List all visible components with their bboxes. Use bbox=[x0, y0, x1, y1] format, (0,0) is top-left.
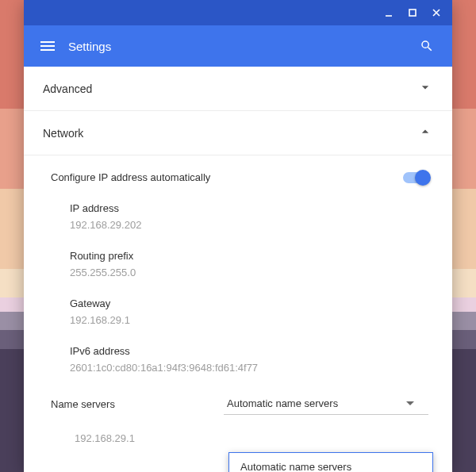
name-servers-dropdown: Automatic name servers Google name serve… bbox=[228, 452, 433, 472]
search-button[interactable] bbox=[411, 30, 443, 62]
close-button[interactable] bbox=[425, 3, 447, 22]
ipv6-value: 2601:1c0:cd80:16a1:94f3:9648:fd61:4f77 bbox=[70, 362, 433, 374]
name-server-value-row: 192.168.29.1 bbox=[43, 415, 433, 444]
configure-ip-auto-label: Configure IP address automatically bbox=[51, 171, 210, 183]
dropdown-arrow-icon bbox=[406, 401, 414, 405]
network-section-body: Configure IP address automatically IP ad… bbox=[24, 155, 452, 444]
chevron-down-icon bbox=[417, 79, 433, 98]
hamburger-menu-button[interactable] bbox=[32, 30, 63, 62]
ipv6-field: IPv6 address 2601:1c0:cd80:16a1:94f3:964… bbox=[70, 337, 433, 385]
content-area: Advanced Network Configure IP address au… bbox=[24, 67, 452, 472]
configure-ip-auto-toggle[interactable] bbox=[403, 172, 428, 183]
gateway-label: Gateway bbox=[70, 297, 433, 309]
routing-prefix-label: Routing prefix bbox=[70, 250, 433, 262]
configure-ip-auto-row: Configure IP address automatically bbox=[43, 160, 433, 194]
ip-address-value: 192.168.29.202 bbox=[70, 219, 433, 231]
gateway-value: 192.168.29.1 bbox=[70, 314, 433, 326]
window-titlebar bbox=[24, 0, 452, 25]
chevron-up-icon bbox=[417, 124, 433, 142]
svg-rect-5 bbox=[40, 45, 55, 47]
svg-rect-1 bbox=[409, 10, 416, 16]
ip-address-label: IP address bbox=[70, 202, 433, 214]
app-bar: Settings bbox=[24, 25, 452, 67]
network-fields: IP address 192.168.29.202 Routing prefix… bbox=[43, 194, 433, 385]
app-title: Settings bbox=[68, 40, 111, 53]
routing-prefix-field: Routing prefix 255.255.255.0 bbox=[70, 242, 433, 290]
search-icon bbox=[420, 39, 434, 53]
routing-prefix-value: 255.255.255.0 bbox=[70, 267, 433, 278]
advanced-label: Advanced bbox=[43, 83, 92, 95]
name-servers-row: Name servers Automatic name servers bbox=[43, 385, 433, 415]
menu-icon bbox=[40, 39, 55, 53]
ip-address-field: IP address 192.168.29.202 bbox=[70, 194, 433, 242]
name-servers-selected: Automatic name servers bbox=[227, 397, 338, 409]
name-servers-select[interactable]: Automatic name servers bbox=[224, 393, 428, 415]
svg-rect-4 bbox=[40, 41, 55, 43]
name-servers-label: Name servers bbox=[51, 398, 224, 410]
gateway-field: Gateway 192.168.29.1 bbox=[70, 290, 433, 337]
ipv6-label: IPv6 address bbox=[70, 345, 433, 357]
advanced-section-header[interactable]: Advanced bbox=[24, 67, 452, 111]
name-servers-option-automatic[interactable]: Automatic name servers bbox=[229, 453, 432, 472]
minimize-button[interactable] bbox=[378, 3, 400, 22]
maximize-button[interactable] bbox=[401, 3, 424, 22]
network-section-header[interactable]: Network bbox=[24, 111, 452, 155]
name-server-value: 192.168.29.1 bbox=[75, 432, 135, 444]
settings-window: Settings Advanced Network Configure IP a… bbox=[24, 0, 452, 472]
network-label: Network bbox=[43, 127, 83, 140]
svg-rect-6 bbox=[40, 49, 55, 51]
